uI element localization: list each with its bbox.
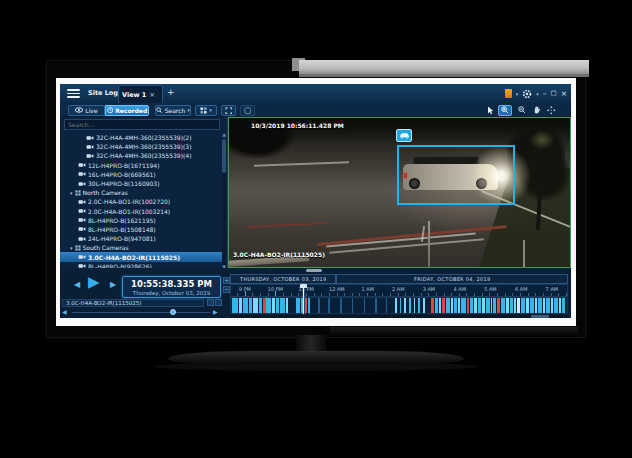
pan-hand-tool-button[interactable]: [530, 105, 543, 116]
camera-tree: 32C-H4A-4MH-360(2355539)(2)32C-H4A-4MH-3…: [60, 133, 222, 272]
sidebar-scrollbar[interactable]: ▲ ▼: [222, 133, 226, 270]
recorded-segment: [538, 298, 541, 313]
tree-camera-row[interactable]: 8L-H4PRO-B(1621195): [60, 216, 222, 225]
recorded-segment: [458, 298, 460, 313]
tree-camera-row[interactable]: 24L-H4PRO-B(947081): [60, 234, 222, 243]
scrollbar-thumb[interactable]: [222, 139, 226, 173]
recorded-segment: [414, 298, 416, 313]
tree-camera-row[interactable]: 3.0C-H4A-BO2-IR(1115025): [60, 252, 222, 261]
camera-icon: [78, 171, 86, 177]
recorded-segment: [239, 298, 242, 313]
search-button[interactable]: Search ▾: [155, 105, 191, 116]
recorded-segment: [296, 298, 300, 313]
track-option-button[interactable]: [207, 299, 214, 306]
track-option-button[interactable]: [215, 299, 222, 306]
tab-view-1[interactable]: View 1 ×: [118, 85, 163, 103]
event-segment: [467, 298, 469, 313]
chevron-down-icon[interactable]: ▾: [516, 91, 519, 97]
recorded-segment: [559, 298, 561, 313]
camera-icon: [86, 135, 94, 141]
tick-mark: [375, 293, 376, 296]
scene-pole: [428, 221, 430, 268]
seek-slider-track[interactable]: [72, 312, 210, 314]
timeline-scrollbar-thumb[interactable]: [531, 315, 549, 318]
vehicle-bounding-box: [397, 145, 515, 205]
recorded-segment: [280, 298, 285, 313]
close-button[interactable]: ×: [561, 84, 567, 103]
tree-camera-row[interactable]: 2.0C-H4A-BO1-IR(1002720): [60, 197, 222, 206]
health-status-icon[interactable]: [505, 89, 512, 98]
tree-camera-row[interactable]: 32C-H4A-4MH-360(2355539)(4): [60, 151, 222, 160]
camera-icon: [78, 181, 86, 187]
tree-camera-row[interactable]: 32C-H4A-4MH-360(2355539)(3): [60, 142, 222, 151]
tree-camera-row[interactable]: 12L-H4PRO-B(1671194): [60, 161, 222, 170]
recorded-segment: [506, 298, 508, 313]
fullscreen-button[interactable]: [221, 105, 236, 116]
timeline-playhead[interactable]: [303, 284, 304, 314]
camera-icon: [78, 217, 86, 223]
recorded-segment: [409, 298, 411, 313]
search-input[interactable]: [64, 119, 220, 130]
zoom-in-tool-button[interactable]: [498, 105, 512, 116]
cycle-views-button[interactable]: [240, 105, 255, 116]
tick-mark: [436, 293, 437, 296]
step-back-button[interactable]: ◀: [74, 280, 80, 289]
timeline-zoom-in-button[interactable]: +: [223, 277, 230, 284]
select-tool-button[interactable]: [484, 105, 496, 116]
recorded-button[interactable]: Recorded: [105, 105, 149, 116]
play-button[interactable]: ▶: [88, 273, 100, 291]
tree-group-row[interactable]: ▾South Cameras: [60, 243, 222, 252]
seek-slider-handle[interactable]: [170, 309, 176, 315]
rounded-square-icon: [244, 107, 252, 115]
tree-row-label: 32C-H4A-4MH-360(2355539)(3): [96, 143, 191, 150]
step-forward-button[interactable]: ▶: [110, 280, 116, 289]
tick-mark: [528, 293, 529, 296]
tick-label: 4 AM: [454, 286, 467, 292]
tree-camera-row[interactable]: 30L-H4PRO-B(1160903): [60, 179, 222, 188]
event-segment: [431, 298, 433, 313]
camera-icon: [78, 208, 86, 214]
gear-icon[interactable]: [522, 89, 532, 99]
recorded-segment: [551, 298, 553, 313]
scene-pole-2: [523, 240, 525, 268]
zoom-out-tool-button[interactable]: [515, 105, 528, 116]
layout-grid-button[interactable]: ▾: [195, 105, 217, 116]
timeline-track-label[interactable]: 3.0C-H4A-BO2-IR(1115025): [62, 299, 204, 307]
minimize-button[interactable]: –: [543, 84, 547, 103]
tick-mark: [543, 293, 544, 296]
camera-icon: [78, 236, 86, 242]
timeline-tick-strip[interactable]: 9 PM10 PM11 PM12 AM1 AM2 AM3 AM4 AM5 AM6…: [230, 284, 568, 297]
move-tool-button[interactable]: [545, 105, 558, 116]
timeline-playhead-handle[interactable]: [300, 284, 307, 288]
video-panel[interactable]: 10/3/2019 10:56:11.428 PM 3.0C-H4A-BO2-I…: [228, 117, 571, 268]
timeline-panel: ◀ ▶ ▶ 10:55:38.335 PM Thursday, October …: [60, 272, 571, 318]
tick-mark: [497, 293, 498, 296]
timeline-scrollbar[interactable]: [230, 315, 568, 318]
tick-mark: [512, 293, 513, 296]
tick-mark: [275, 291, 276, 296]
maximize-button[interactable]: ▢: [551, 84, 557, 103]
recorded-segment: [493, 298, 496, 313]
vehicle-detected-badge[interactable]: [396, 129, 412, 142]
car-icon: [399, 132, 410, 139]
recorded-segment: [232, 298, 237, 313]
sidebar: 32C-H4A-4MH-360(2355539)(2)32C-H4A-4MH-3…: [60, 117, 228, 272]
tree-camera-row[interactable]: 8L-H4PRO-B(1508148): [60, 225, 222, 234]
tree-group-row[interactable]: ▾North Cameras: [60, 188, 222, 197]
new-tab-button[interactable]: +: [167, 87, 175, 97]
slider-left-button[interactable]: ◀: [62, 308, 67, 315]
slider-right-button[interactable]: ▶: [213, 308, 218, 315]
tree-camera-row[interactable]: 32C-H4A-4MH-360(2355539)(2): [60, 133, 222, 142]
live-button[interactable]: Live: [68, 105, 105, 116]
tab-close-icon[interactable]: ×: [149, 91, 155, 99]
menu-hamburger-icon[interactable]: [67, 89, 80, 98]
tree-camera-row[interactable]: 16L-H4PRO-B(669561): [60, 170, 222, 179]
timeline-zoom-out-button[interactable]: −: [223, 286, 230, 293]
tick-mark: [252, 293, 253, 296]
tick-label: 5 AM: [484, 286, 497, 292]
camera-icon: [78, 162, 86, 168]
tree-camera-row[interactable]: 2.0C-H4A-BO1-IR(1003214): [60, 207, 222, 216]
scroll-up-icon[interactable]: ▲: [222, 133, 226, 138]
timeline-activity-bar[interactable]: [230, 297, 568, 314]
chevron-down-icon[interactable]: ▾: [536, 91, 539, 97]
